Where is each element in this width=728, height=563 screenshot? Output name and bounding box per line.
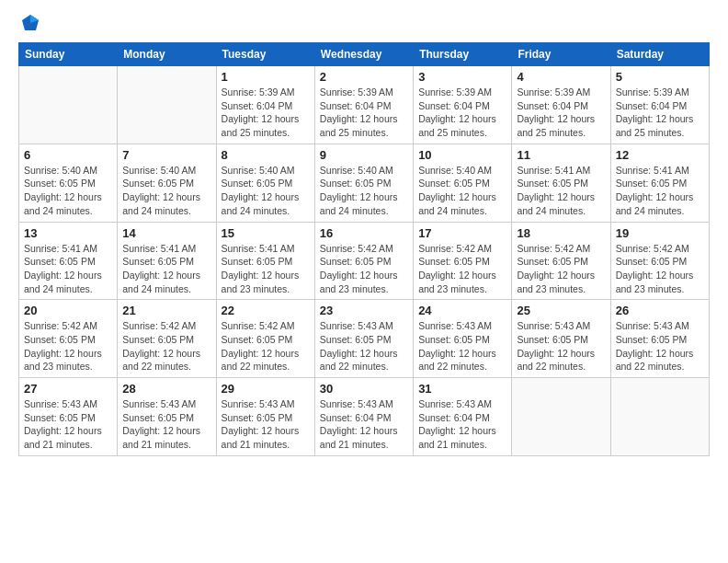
day-number: 15 [222, 226, 310, 240]
weekday-header-friday: Friday [512, 43, 610, 66]
day-detail: Sunrise: 5:39 AMSunset: 6:04 PMDaylight:… [320, 86, 408, 140]
weekday-header-thursday: Thursday [414, 43, 512, 66]
day-detail: Sunrise: 5:40 AMSunset: 6:05 PMDaylight:… [24, 164, 112, 218]
calendar-cell: 9Sunrise: 5:40 AMSunset: 6:05 PMDaylight… [314, 144, 413, 222]
calendar-cell [512, 378, 610, 456]
calendar-cell: 3Sunrise: 5:39 AMSunset: 6:04 PMDaylight… [414, 66, 512, 144]
calendar-cell: 17Sunrise: 5:42 AMSunset: 6:05 PMDayligh… [414, 222, 512, 300]
logo [18, 15, 40, 33]
calendar-cell: 8Sunrise: 5:40 AMSunset: 6:05 PMDaylight… [216, 144, 314, 222]
day-detail: Sunrise: 5:42 AMSunset: 6:05 PMDaylight:… [418, 242, 506, 296]
day-detail: Sunrise: 5:43 AMSunset: 6:05 PMDaylight:… [418, 319, 506, 373]
day-number: 19 [616, 226, 704, 240]
calendar-cell: 16Sunrise: 5:42 AMSunset: 6:05 PMDayligh… [314, 222, 413, 300]
day-detail: Sunrise: 5:43 AMSunset: 6:05 PMDaylight:… [222, 397, 310, 452]
calendar-cell: 27Sunrise: 5:43 AMSunset: 6:05 PMDayligh… [19, 378, 118, 456]
day-number: 24 [418, 304, 506, 317]
day-number: 30 [320, 382, 408, 396]
calendar-cell: 20Sunrise: 5:42 AMSunset: 6:05 PMDayligh… [19, 300, 118, 378]
header [18, 15, 710, 33]
day-number: 2 [320, 70, 408, 84]
day-number: 9 [320, 148, 408, 162]
day-detail: Sunrise: 5:39 AMSunset: 6:04 PMDaylight:… [517, 86, 605, 140]
calendar-cell: 28Sunrise: 5:43 AMSunset: 6:05 PMDayligh… [118, 378, 216, 456]
day-detail: Sunrise: 5:43 AMSunset: 6:04 PMDaylight:… [320, 397, 408, 452]
day-detail: Sunrise: 5:40 AMSunset: 6:05 PMDaylight:… [320, 164, 408, 218]
calendar-cell: 29Sunrise: 5:43 AMSunset: 6:05 PMDayligh… [216, 378, 314, 456]
calendar-cell: 26Sunrise: 5:43 AMSunset: 6:05 PMDayligh… [610, 300, 709, 378]
day-number: 26 [616, 304, 704, 317]
day-detail: Sunrise: 5:41 AMSunset: 6:05 PMDaylight:… [517, 164, 605, 218]
calendar-cell: 19Sunrise: 5:42 AMSunset: 6:05 PMDayligh… [610, 222, 709, 300]
day-number: 17 [418, 226, 506, 240]
calendar-table: SundayMondayTuesdayWednesdayThursdayFrid… [18, 42, 710, 456]
day-number: 23 [320, 304, 408, 317]
day-detail: Sunrise: 5:43 AMSunset: 6:05 PMDaylight:… [517, 319, 605, 373]
day-detail: Sunrise: 5:41 AMSunset: 6:05 PMDaylight:… [24, 242, 112, 296]
day-number: 25 [517, 304, 605, 317]
day-detail: Sunrise: 5:40 AMSunset: 6:05 PMDaylight:… [222, 164, 310, 218]
calendar-cell: 10Sunrise: 5:40 AMSunset: 6:05 PMDayligh… [414, 144, 512, 222]
calendar-cell: 1Sunrise: 5:39 AMSunset: 6:04 PMDaylight… [216, 66, 314, 144]
day-detail: Sunrise: 5:41 AMSunset: 6:05 PMDaylight:… [122, 242, 210, 296]
day-detail: Sunrise: 5:42 AMSunset: 6:05 PMDaylight:… [222, 319, 310, 373]
day-number: 14 [122, 226, 210, 240]
day-detail: Sunrise: 5:41 AMSunset: 6:05 PMDaylight:… [616, 164, 704, 218]
day-number: 27 [24, 382, 112, 396]
day-detail: Sunrise: 5:42 AMSunset: 6:05 PMDaylight:… [24, 319, 112, 373]
calendar-cell: 14Sunrise: 5:41 AMSunset: 6:05 PMDayligh… [118, 222, 216, 300]
day-number: 7 [122, 148, 210, 162]
day-detail: Sunrise: 5:39 AMSunset: 6:04 PMDaylight:… [616, 86, 704, 140]
calendar-cell [118, 66, 216, 144]
calendar-cell [19, 66, 118, 144]
page: SundayMondayTuesdayWednesdayThursdayFrid… [0, 0, 728, 563]
week-row-3: 13Sunrise: 5:41 AMSunset: 6:05 PMDayligh… [19, 222, 710, 300]
calendar-cell: 6Sunrise: 5:40 AMSunset: 6:05 PMDaylight… [19, 144, 118, 222]
day-number: 1 [222, 70, 310, 84]
weekday-header-tuesday: Tuesday [216, 43, 314, 66]
calendar-cell: 2Sunrise: 5:39 AMSunset: 6:04 PMDaylight… [314, 66, 413, 144]
weekday-header-row: SundayMondayTuesdayWednesdayThursdayFrid… [19, 43, 710, 66]
calendar-cell: 23Sunrise: 5:43 AMSunset: 6:05 PMDayligh… [314, 300, 413, 378]
day-number: 5 [616, 70, 704, 84]
calendar-cell: 4Sunrise: 5:39 AMSunset: 6:04 PMDaylight… [512, 66, 610, 144]
day-number: 11 [517, 148, 605, 162]
calendar-cell: 7Sunrise: 5:40 AMSunset: 6:05 PMDaylight… [118, 144, 216, 222]
day-detail: Sunrise: 5:42 AMSunset: 6:05 PMDaylight:… [320, 242, 408, 296]
calendar-cell: 30Sunrise: 5:43 AMSunset: 6:04 PMDayligh… [314, 378, 413, 456]
day-detail: Sunrise: 5:42 AMSunset: 6:05 PMDaylight:… [616, 242, 704, 296]
calendar-cell: 15Sunrise: 5:41 AMSunset: 6:05 PMDayligh… [216, 222, 314, 300]
day-detail: Sunrise: 5:43 AMSunset: 6:05 PMDaylight:… [616, 319, 704, 373]
week-row-4: 20Sunrise: 5:42 AMSunset: 6:05 PMDayligh… [19, 300, 710, 378]
calendar-cell: 31Sunrise: 5:43 AMSunset: 6:04 PMDayligh… [414, 378, 512, 456]
day-number: 18 [517, 226, 605, 240]
day-detail: Sunrise: 5:42 AMSunset: 6:05 PMDaylight:… [122, 319, 210, 373]
weekday-header-sunday: Sunday [19, 43, 118, 66]
day-number: 21 [122, 304, 210, 317]
day-number: 4 [517, 70, 605, 84]
day-number: 8 [222, 148, 310, 162]
weekday-header-saturday: Saturday [610, 43, 709, 66]
logo-flag-icon [20, 13, 40, 33]
day-detail: Sunrise: 5:39 AMSunset: 6:04 PMDaylight:… [418, 86, 506, 140]
day-number: 29 [222, 382, 310, 396]
day-number: 28 [122, 382, 210, 396]
day-detail: Sunrise: 5:39 AMSunset: 6:04 PMDaylight:… [222, 86, 310, 140]
day-number: 20 [24, 304, 112, 317]
day-number: 6 [24, 148, 112, 162]
weekday-header-monday: Monday [118, 43, 216, 66]
calendar-cell: 5Sunrise: 5:39 AMSunset: 6:04 PMDaylight… [610, 66, 709, 144]
day-detail: Sunrise: 5:43 AMSunset: 6:04 PMDaylight:… [418, 397, 506, 452]
calendar-cell: 18Sunrise: 5:42 AMSunset: 6:05 PMDayligh… [512, 222, 610, 300]
day-number: 22 [222, 304, 310, 317]
calendar-cell: 22Sunrise: 5:42 AMSunset: 6:05 PMDayligh… [216, 300, 314, 378]
day-detail: Sunrise: 5:41 AMSunset: 6:05 PMDaylight:… [222, 242, 310, 296]
calendar-cell: 24Sunrise: 5:43 AMSunset: 6:05 PMDayligh… [414, 300, 512, 378]
calendar-cell: 13Sunrise: 5:41 AMSunset: 6:05 PMDayligh… [19, 222, 118, 300]
day-detail: Sunrise: 5:40 AMSunset: 6:05 PMDaylight:… [418, 164, 506, 218]
day-detail: Sunrise: 5:40 AMSunset: 6:05 PMDaylight:… [122, 164, 210, 218]
day-detail: Sunrise: 5:43 AMSunset: 6:05 PMDaylight:… [320, 319, 408, 373]
calendar-cell: 12Sunrise: 5:41 AMSunset: 6:05 PMDayligh… [610, 144, 709, 222]
day-detail: Sunrise: 5:42 AMSunset: 6:05 PMDaylight:… [517, 242, 605, 296]
day-number: 16 [320, 226, 408, 240]
